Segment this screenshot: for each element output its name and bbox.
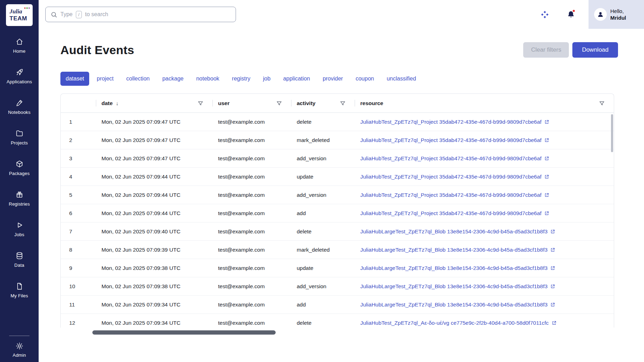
column-header-date[interactable]: date↓: [96, 94, 212, 112]
external-link-icon: [550, 247, 555, 252]
database-icon: [15, 252, 24, 260]
cell-resource: JuliaHubTest_ZpETz7ql_Project 35dab472-4…: [355, 192, 614, 198]
resource-link[interactable]: JuliaHubLargeTest_ZpETz7ql_Blob 13e8e154…: [360, 302, 555, 308]
cell-user: test@example.com: [212, 119, 291, 125]
row-number: 4: [61, 174, 96, 180]
cell-activity: delete: [291, 320, 355, 326]
sidebar-item-registries[interactable]: Registries: [0, 183, 39, 214]
sidebar-nav: HomeApplicationsNotebooksProjectsPackage…: [0, 30, 39, 305]
sort-desc-icon[interactable]: ↓: [116, 100, 119, 106]
external-link-icon: [544, 174, 549, 179]
column-header-row-number: [61, 94, 96, 112]
sidebar-item-label: Jobs: [14, 232, 24, 237]
column-header-activity[interactable]: activity: [291, 94, 355, 112]
cell-resource: JuliaHubLargeTest_ZpETz7ql_Blob 13e8e154…: [355, 247, 614, 253]
pencil-icon: [15, 99, 24, 107]
row-number: 9: [61, 265, 96, 271]
resource-link[interactable]: JuliaHubLargeTest_ZpETz7ql_Blob 13e8e154…: [360, 283, 555, 290]
tab-application[interactable]: application: [278, 72, 315, 86]
tab-notebook[interactable]: notebook: [191, 72, 225, 86]
column-label: resource: [360, 100, 383, 106]
vertical-scrollbar-thumb[interactable]: [611, 114, 613, 152]
resource-link[interactable]: JuliaHubLargeTest_ZpETz7ql_Blob 13e8e154…: [360, 247, 555, 253]
tab-unclassified[interactable]: unclassified: [381, 72, 421, 86]
resource-label: JuliaHubLargeTest_ZpETz7ql_Blob 13e8e154…: [360, 302, 547, 308]
sidebar-item-jobs[interactable]: Jobs: [0, 214, 39, 244]
cell-activity: delete: [291, 228, 355, 235]
user-menu[interactable]: Hello, Mridul: [589, 0, 644, 29]
sidebar-item-home[interactable]: Home: [0, 30, 39, 61]
gear-icon: [15, 342, 24, 350]
table-row: 5Mon, 02 Jun 2025 07:09:44 UTCtest@examp…: [61, 186, 614, 204]
sidebar-item-notebooks[interactable]: Notebooks: [0, 91, 39, 122]
notifications-bell-icon[interactable]: [567, 10, 575, 19]
resource-label: JuliaHubTest_ZpETz7ql_Project 35dab472-4…: [360, 174, 541, 180]
tab-provider[interactable]: provider: [317, 72, 348, 86]
tab-registry[interactable]: registry: [227, 72, 256, 86]
sidebar-item-label: Notebooks: [8, 110, 31, 115]
filter-icon[interactable]: [276, 101, 282, 106]
sidebar-item-data[interactable]: Data: [0, 244, 39, 275]
logo-team-text: TEAM: [9, 15, 33, 22]
sidebar-item-my-files[interactable]: My Files: [0, 275, 39, 305]
cell-user: test@example.com: [212, 155, 291, 162]
filter-icon[interactable]: [198, 101, 203, 106]
cell-date: Mon, 02 Jun 2025 07:09:38 UTC: [96, 283, 212, 290]
search-input[interactable]: Type / to search: [45, 7, 236, 22]
filter-icon[interactable]: [599, 101, 605, 106]
sidebar-item-label: Applications: [7, 79, 32, 84]
tab-project[interactable]: project: [91, 72, 119, 86]
table-row: 11Mon, 02 Jun 2025 07:09:34 UTCtest@exam…: [61, 296, 614, 314]
download-button[interactable]: Download: [572, 42, 618, 58]
tab-collection[interactable]: collection: [121, 72, 155, 86]
row-number: 12: [61, 320, 96, 326]
table-row: 4Mon, 02 Jun 2025 07:09:44 UTCtest@examp…: [61, 168, 614, 186]
avatar: [594, 8, 607, 21]
clear-filters-button[interactable]: Clear filters: [523, 42, 569, 58]
sidebar-item-applications[interactable]: Applications: [0, 61, 39, 91]
resource-link[interactable]: JuliaHubTest_ZpETz7ql_Project 35dab472-4…: [360, 137, 549, 143]
resource-link[interactable]: JuliaHubTest_ZpETz7ql_Project 35dab472-4…: [360, 174, 549, 180]
table-body: 1Mon, 02 Jun 2025 07:09:47 UTCtest@examp…: [61, 113, 614, 328]
app-root: Julia TEAM HomeApplicationsNotebooksProj…: [0, 0, 644, 362]
sidebar-item-label: Packages: [9, 171, 30, 176]
tab-package[interactable]: package: [157, 72, 189, 86]
cell-resource: JuliaHubTest_ZpETz7ql_Project 35dab472-4…: [355, 137, 614, 143]
resource-link[interactable]: JuliaHubTest_ZpETz7ql_Project 35dab472-4…: [360, 119, 549, 125]
resource-link[interactable]: JuliaHubLargeTest_ZpETz7ql_Blob 13e8e154…: [360, 228, 555, 235]
apps-grid-icon[interactable]: [540, 10, 549, 19]
resource-link[interactable]: JuliaHubTest_ZpETz7ql_Aε-δο-uέ/vg ce775e…: [360, 320, 557, 326]
rocket-icon: [15, 68, 24, 77]
sidebar-item-packages[interactable]: Packages: [0, 153, 39, 183]
row-number: 10: [61, 283, 96, 290]
cell-resource: JuliaHubTest_ZpETz7ql_Project 35dab472-4…: [355, 155, 614, 162]
tab-coupon[interactable]: coupon: [350, 72, 380, 86]
row-number: 2: [61, 137, 96, 143]
resource-label: JuliaHubLargeTest_ZpETz7ql_Blob 13e8e154…: [360, 228, 547, 235]
resource-link[interactable]: JuliaHubTest_ZpETz7ql_Project 35dab472-4…: [360, 210, 549, 216]
resource-link[interactable]: JuliaHubTest_ZpETz7ql_Project 35dab472-4…: [360, 155, 549, 162]
resource-link[interactable]: JuliaHubLargeTest_ZpETz7ql_Blob 13e8e154…: [360, 265, 555, 271]
column-header-resource[interactable]: resource: [355, 94, 614, 112]
resource-link[interactable]: JuliaHubTest_ZpETz7ql_Project 35dab472-4…: [360, 192, 549, 198]
greeting-hello: Hello,: [610, 8, 626, 15]
column-header-user[interactable]: user: [212, 94, 291, 112]
column-label: date: [101, 100, 113, 106]
filter-icon[interactable]: [340, 101, 346, 106]
tab-dataset[interactable]: dataset: [60, 72, 89, 86]
horizontal-scrollbar-thumb[interactable]: [92, 330, 276, 335]
tab-job[interactable]: job: [258, 72, 276, 86]
cell-resource: JuliaHubLargeTest_ZpETz7ql_Blob 13e8e154…: [355, 228, 614, 235]
cell-date: Mon, 02 Jun 2025 07:09:38 UTC: [96, 265, 212, 271]
juliahub-team-logo[interactable]: Julia TEAM: [6, 4, 33, 26]
cell-activity: update: [291, 174, 355, 180]
sidebar-item-admin[interactable]: Admin: [0, 342, 39, 358]
table-row: 1Mon, 02 Jun 2025 07:09:47 UTCtest@examp…: [61, 113, 614, 131]
sidebar-item-projects[interactable]: Projects: [0, 122, 39, 153]
cell-date: Mon, 02 Jun 2025 07:09:34 UTC: [96, 302, 212, 308]
category-tabs: datasetprojectcollectionpackagenotebookr…: [60, 72, 618, 86]
resource-label: JuliaHubTest_ZpETz7ql_Project 35dab472-4…: [360, 119, 541, 125]
search-placeholder-pre: Type: [60, 11, 73, 18]
row-number: 8: [61, 247, 96, 253]
row-number: 6: [61, 210, 96, 216]
